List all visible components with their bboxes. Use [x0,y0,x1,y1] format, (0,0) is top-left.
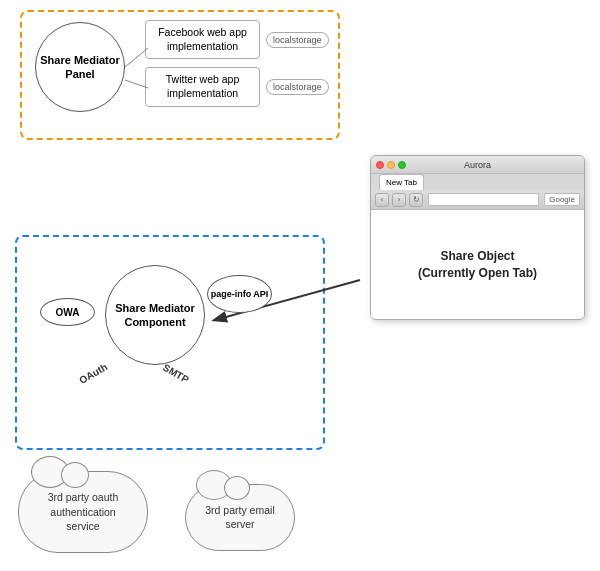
owa-ellipse: OWA [40,298,95,326]
browser-minimize-btn[interactable] [387,161,395,169]
share-mediator-component: Share Mediator Component [105,265,205,365]
browser-maximize-btn[interactable] [398,161,406,169]
cloud-oauth-label: 3rd party oauth authentication service [48,491,119,532]
share-object-line1: Share Object [418,248,537,265]
cloud-oauth: 3rd party oauth authentication service [18,471,148,553]
browser-title: Aurora [464,160,491,170]
pageinfo-ellipse: page-info API [207,275,272,313]
browser-close-btn[interactable] [376,161,384,169]
localstorage-tag-1: localstorage [266,32,329,48]
browser-content: Share Object (Currently Open Tab) [371,210,584,319]
app-boxes-container: Facebook web app implementation localsto… [145,20,329,107]
browser-refresh-btn[interactable]: ↻ [409,193,423,207]
twitter-app-label: Twitter web app implementation [145,67,260,106]
browser-toolbar: ‹ › ↻ Google [371,190,584,210]
facebook-app-box: Facebook web app implementation localsto… [145,20,329,59]
twitter-app-box: Twitter web app implementation localstor… [145,67,329,106]
diagram: Share Mediator Panel Facebook web app im… [0,0,600,571]
browser-window: Aurora New Tab ‹ › ↻ Google Share Object… [370,155,585,320]
browser-tab[interactable]: New Tab [379,174,424,190]
cloud-email: 3rd party email server [185,484,295,551]
facebook-app-label: Facebook web app implementation [145,20,260,59]
browser-statusbar [371,319,584,320]
browser-forward-btn[interactable]: › [392,193,406,207]
share-object-line2: (Currently Open Tab) [418,265,537,282]
share-mediator-panel: Share Mediator Panel [35,22,125,112]
browser-back-btn[interactable]: ‹ [375,193,389,207]
browser-tabs-row: New Tab [371,174,584,190]
cloud-email-label: 3rd party email server [205,504,274,531]
browser-titlebar: Aurora [371,156,584,174]
browser-address-bar[interactable] [428,193,539,206]
browser-google-search[interactable]: Google [544,193,580,206]
share-object-display: Share Object (Currently Open Tab) [371,210,584,319]
localstorage-tag-2: localstorage [266,79,329,95]
